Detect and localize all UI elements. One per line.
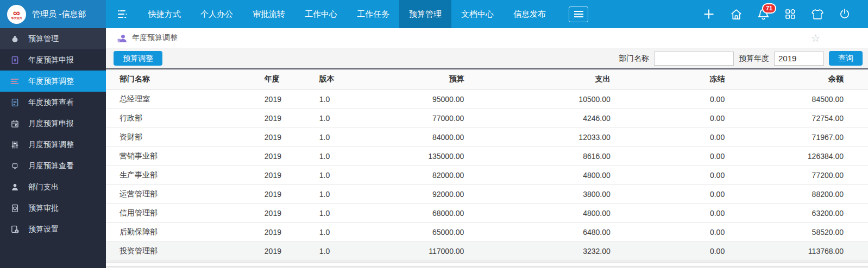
home-icon[interactable] xyxy=(729,7,743,21)
sidebar-item[interactable]: 预算管理 xyxy=(0,28,106,49)
search-button[interactable]: 查询 xyxy=(829,51,863,66)
sidebar-item-label: 年度预算查看 xyxy=(28,98,74,107)
cell-balance: 113768.00 xyxy=(725,241,868,260)
cell-balance: 126384.00 xyxy=(725,146,868,165)
sidebar-item[interactable]: 部门支出 xyxy=(0,176,106,197)
cell-frozen: 0.00 xyxy=(611,184,725,203)
table-row[interactable]: 生产事业部20191.082000.004800.000.0077200.00 xyxy=(106,165,868,184)
budget-year-input[interactable] xyxy=(774,52,824,66)
budget-table-container: 部门名称年度版本预算支出冻结余额 总经理室20191.095000.001050… xyxy=(106,68,868,268)
sidebar-item[interactable]: 月度预算查看 xyxy=(0,155,106,176)
sidebar-item[interactable]: 预算设置 xyxy=(0,219,106,240)
top-nav-item[interactable]: 个人办公 xyxy=(191,0,243,28)
svg-text:¥: ¥ xyxy=(14,58,16,63)
more-menu-button[interactable] xyxy=(569,7,588,22)
menu-toggle-icon[interactable] xyxy=(106,0,139,28)
user-area[interactable]: ∞ 华天动力 管理员 -信息部 xyxy=(0,0,106,28)
adjust-lines-icon xyxy=(10,77,19,86)
cell-year: 2019 xyxy=(265,222,319,241)
apps-grid-icon[interactable] xyxy=(783,7,797,21)
cell-frozen: 0.00 xyxy=(611,222,725,241)
cell-expense: 4800.00 xyxy=(464,165,610,184)
table-row[interactable]: 运营管理部20191.092000.003800.000.0088200.00 xyxy=(106,184,868,203)
cell-budget: 84000.00 xyxy=(379,127,464,146)
cell-expense: 10500.00 xyxy=(464,90,610,109)
top-nav-item[interactable]: 快捷方式 xyxy=(139,0,191,28)
top-nav-item[interactable]: 工作中心 xyxy=(295,0,347,28)
cell-expense: 4246.00 xyxy=(464,109,610,127)
horizontal-scrollbar[interactable] xyxy=(106,263,868,267)
sidebar-item[interactable]: 年度预算调整 xyxy=(0,71,106,92)
sliders-icon xyxy=(10,141,19,149)
cell-name: 信用管理部 xyxy=(106,203,265,222)
cell-version: 1.0 xyxy=(319,222,379,241)
column-header: 版本 xyxy=(319,69,379,90)
company-logo-icon: ∞ 华天动力 xyxy=(7,5,26,24)
cell-expense: 3232.00 xyxy=(464,241,610,260)
top-nav-item[interactable]: 预算管理 xyxy=(399,0,451,28)
top-nav-item[interactable]: 信息发布 xyxy=(504,0,556,28)
column-header: 余额 xyxy=(725,69,868,90)
cell-name: 营销事业部 xyxy=(106,146,265,165)
cell-frozen: 0.00 xyxy=(611,146,725,165)
sidebar-item[interactable]: 年度预算查看 xyxy=(0,92,106,113)
sidebar-item-label: 部门支出 xyxy=(28,182,59,192)
top-nav-item[interactable]: 工作任务 xyxy=(347,0,399,28)
sidebar-menu: 预算管理¥年度预算申报年度预算调整年度预算查看月度预算申报月度预算调整月度预算查… xyxy=(0,28,106,268)
table-row[interactable]: 信用管理部20191.068000.004800.000.0063200.00 xyxy=(106,203,868,222)
table-row[interactable]: 行政部20191.077000.004246.000.0072754.00 xyxy=(106,109,868,127)
cell-balance: 88200.00 xyxy=(725,184,868,203)
dept-name-input[interactable] xyxy=(654,52,734,66)
column-header: 年度 xyxy=(265,69,319,90)
top-bar: ∞ 华天动力 管理员 -信息部 快捷方式个人办公审批流转工作中心工作任务预算管理… xyxy=(0,0,868,28)
table-row[interactable]: 后勤保障部20191.065000.006480.000.0058520.00 xyxy=(106,222,868,241)
sidebar-item[interactable]: 预算审批 xyxy=(0,197,106,219)
cell-frozen: 0.00 xyxy=(611,241,725,260)
theme-shirt-icon[interactable] xyxy=(810,7,825,21)
table-row[interactable]: 总经理室20191.095000.0010500.000.0084500.00 xyxy=(106,90,868,109)
table-row[interactable]: 投资管理部20191.0117000.003232.000.00113768.0… xyxy=(106,241,868,260)
cell-year: 2019 xyxy=(265,127,319,146)
cell-year: 2019 xyxy=(265,165,319,184)
breadcrumb: 年度预算调整 ☆ xyxy=(106,28,868,48)
cell-budget: 135000.00 xyxy=(379,146,464,165)
cell-name: 资财部 xyxy=(106,127,265,146)
cell-budget: 77000.00 xyxy=(379,109,464,127)
logout-power-icon[interactable] xyxy=(838,7,852,21)
sidebar-item[interactable]: 月度预算申报 xyxy=(0,113,106,134)
sidebar-item-label: 预算审批 xyxy=(28,203,59,213)
notifications-bell-icon[interactable]: 71 xyxy=(756,7,770,21)
table-row[interactable]: 资财部20191.084000.0012033.000.0071967.00 xyxy=(106,127,868,146)
table-body: 总经理室20191.095000.0010500.000.0084500.00行… xyxy=(106,90,868,260)
cell-year: 2019 xyxy=(265,184,319,203)
add-icon[interactable] xyxy=(702,7,716,21)
budget-table: 部门名称年度版本预算支出冻结余额 总经理室20191.095000.001050… xyxy=(106,68,868,261)
top-nav-item[interactable]: 文档中心 xyxy=(451,0,504,28)
doc-view-icon xyxy=(10,98,19,107)
person-expense-icon xyxy=(10,183,19,192)
cell-balance: 63200.00 xyxy=(725,203,868,222)
cell-balance: 77200.00 xyxy=(725,165,868,184)
cell-budget: 117000.00 xyxy=(379,241,464,260)
column-header: 冻结 xyxy=(611,69,725,90)
cell-version: 1.0 xyxy=(319,165,379,184)
cell-budget: 95000.00 xyxy=(379,90,464,109)
cell-frozen: 0.00 xyxy=(611,165,725,184)
top-nav-item[interactable]: 审批流转 xyxy=(243,0,295,28)
sidebar-item-label: 月度预算调整 xyxy=(28,140,74,150)
notification-badge: 71 xyxy=(762,3,776,14)
budget-adjust-button[interactable]: 预算调整 xyxy=(114,51,162,66)
cell-year: 2019 xyxy=(265,146,319,165)
cell-balance: 58520.00 xyxy=(725,222,868,241)
table-row[interactable]: 营销事业部20191.0135000.008616.000.00126384.0… xyxy=(106,146,868,165)
doc-yen-icon: ¥ xyxy=(10,56,19,65)
cell-version: 1.0 xyxy=(319,241,379,260)
cell-expense: 6480.00 xyxy=(464,222,610,241)
sidebar-item[interactable]: 月度预算调整 xyxy=(0,134,106,155)
top-bar-actions: 71 xyxy=(702,0,868,28)
cell-budget: 68000.00 xyxy=(379,203,464,222)
sidebar-item[interactable]: ¥年度预算申报 xyxy=(0,49,106,71)
page-title: 年度预算调整 xyxy=(132,33,178,43)
favorite-star-icon[interactable]: ☆ xyxy=(811,32,820,44)
sidebar-item-label: 年度预算调整 xyxy=(28,76,74,86)
